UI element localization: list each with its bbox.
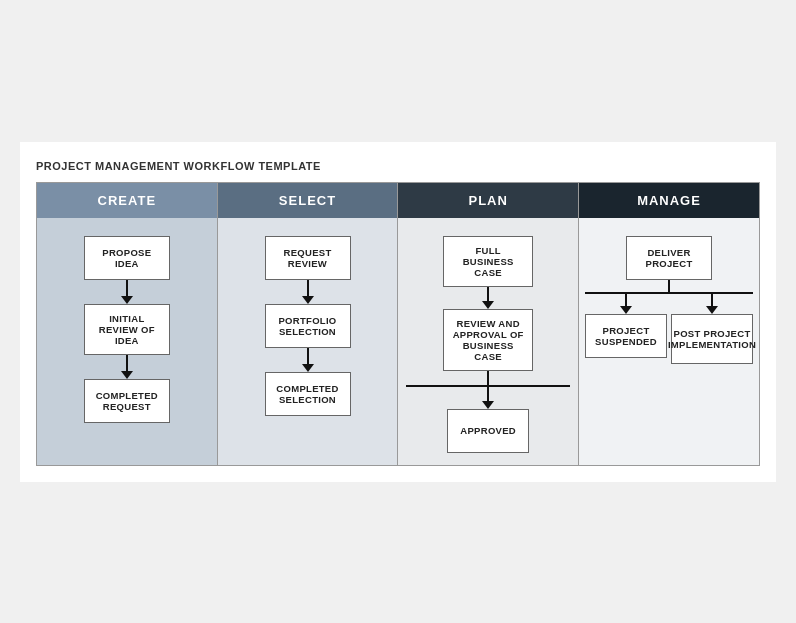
- arrow-3: [302, 280, 314, 304]
- workflow-diagram: CREATE PROPOSE IDEA INITIAL REVIEW OF ID…: [36, 182, 760, 466]
- col-body-create: PROPOSE IDEA INITIAL REVIEW OF IDEA COMP…: [37, 218, 217, 465]
- col-header-manage: MANAGE: [579, 183, 759, 218]
- arrow-1: [121, 280, 133, 304]
- col-body-select: REQUEST REVIEW PORTFOLIO SELECTION COMPL…: [218, 218, 398, 465]
- box-deliver-project: DELIVER PROJECT: [626, 236, 712, 280]
- arrow-5: [482, 287, 494, 309]
- col-header-select: SELECT: [218, 183, 398, 218]
- arrow-2: [121, 355, 133, 379]
- box-propose-idea: PROPOSE IDEA: [84, 236, 170, 280]
- box-request-review: REQUEST REVIEW: [265, 236, 351, 280]
- box-portfolio-selection: PORTFOLIO SELECTION: [265, 304, 351, 348]
- page-title: PROJECT MANAGEMENT WORKFLOW TEMPLATE: [36, 160, 760, 172]
- column-manage: MANAGE DELIVER PROJECT PROJECT SUSPENDED: [579, 183, 759, 465]
- column-create: CREATE PROPOSE IDEA INITIAL REVIEW OF ID…: [37, 183, 218, 465]
- box-completed-selection: COMPLETED SELECTION: [265, 372, 351, 416]
- col-header-create: CREATE: [37, 183, 217, 218]
- arrow-4: [302, 348, 314, 372]
- box-approved: APPROVED: [447, 409, 529, 453]
- column-select: SELECT REQUEST REVIEW PORTFOLIO SELECTIO…: [218, 183, 399, 465]
- column-plan: PLAN FULL BUSINESS CASE REVIEW AND APPRO…: [398, 183, 579, 465]
- box-project-suspended: PROJECT SUSPENDED: [585, 314, 667, 358]
- box-initial-review: INITIAL REVIEW OF IDEA: [84, 304, 170, 355]
- box-review-approval: REVIEW AND APPROVAL OF BUSINESS CASE: [443, 309, 533, 371]
- col-body-plan: FULL BUSINESS CASE REVIEW AND APPROVAL O…: [398, 218, 578, 465]
- arrow-7: [668, 280, 670, 292]
- main-container: PROJECT MANAGEMENT WORKFLOW TEMPLATE CRE…: [20, 142, 776, 482]
- box-full-business-case: FULL BUSINESS CASE: [443, 236, 533, 287]
- box-post-project: POST PROJECT IMPLEMENTATION: [671, 314, 753, 364]
- col-header-plan: PLAN: [398, 183, 578, 218]
- arrow-6: [487, 371, 489, 385]
- col-body-manage: DELIVER PROJECT PROJECT SUSPENDED: [579, 218, 759, 465]
- box-completed-request: COMPLETED REQUEST: [84, 379, 170, 423]
